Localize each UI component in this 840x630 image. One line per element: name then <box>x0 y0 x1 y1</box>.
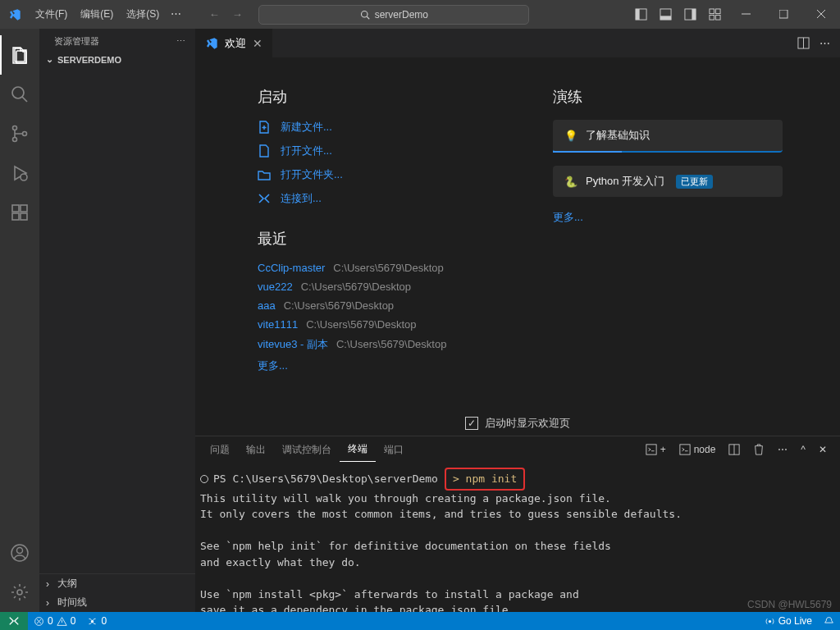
remote-icon <box>258 192 272 205</box>
sidebar-folder-header[interactable]: ⌄ SERVERDEMO <box>39 51 195 68</box>
status-ports[interactable]: 0 <box>81 615 112 627</box>
open-file-link[interactable]: 打开文件... <box>258 144 487 158</box>
svg-point-19 <box>13 138 17 142</box>
svg-point-16 <box>12 87 24 98</box>
statusbar: 0 0 0 Go Live <box>0 612 840 630</box>
kill-terminal-icon[interactable] <box>750 442 768 457</box>
recent-item[interactable]: aaaC:\Users\5679\Desktop <box>258 299 487 312</box>
maximize-panel-icon[interactable]: ^ <box>797 442 809 457</box>
toggle-primary-sidebar-icon[interactable] <box>628 2 653 27</box>
svg-line-17 <box>22 97 27 102</box>
chevron-down-icon: ⌄ <box>46 54 54 65</box>
panel-tab-ports[interactable]: 端口 <box>376 438 412 462</box>
file-icon <box>258 144 272 158</box>
svg-point-28 <box>17 590 22 595</box>
walkthrough-learn-basics[interactable]: 💡 了解基础知识 <box>553 120 783 153</box>
menubar: 文件(F) 编辑(E) 选择(S) ⋯ <box>29 2 186 26</box>
checkbox-checked-icon[interactable]: ✓ <box>465 417 478 430</box>
terminal-output: This utility will walk you through creat… <box>200 492 682 613</box>
close-panel-icon[interactable]: ✕ <box>815 442 830 457</box>
panel-more-icon[interactable]: ⋯ <box>774 442 791 457</box>
open-folder-link[interactable]: 打开文件夹... <box>258 167 487 182</box>
terminal-content[interactable]: PS C:\Users\5679\Desktop\serverDemo> npm… <box>195 463 840 612</box>
panel-tab-output[interactable]: 输出 <box>238 438 274 462</box>
panel-tab-problems[interactable]: 问题 <box>202 438 238 462</box>
status-errors[interactable]: 0 0 <box>28 615 81 627</box>
recent-more-link[interactable]: 更多... <box>258 358 487 373</box>
chevron-right-icon: › <box>46 578 54 590</box>
activity-accounts-icon[interactable] <box>0 533 39 573</box>
activity-search-icon[interactable] <box>0 75 39 114</box>
walkthrough-python[interactable]: 🐍 Python 开发入门 已更新 <box>553 166 783 197</box>
tab-welcome[interactable]: 欢迎 ✕ <box>195 29 272 57</box>
customize-layout-icon[interactable] <box>702 2 727 27</box>
window-close-icon[interactable] <box>802 0 840 29</box>
svg-rect-23 <box>12 213 19 220</box>
svg-point-27 <box>17 548 23 554</box>
walkthrough-more-link[interactable]: 更多... <box>553 210 783 225</box>
activity-source-control-icon[interactable] <box>0 114 39 153</box>
status-go-live[interactable]: Go Live <box>759 615 818 627</box>
svg-rect-5 <box>660 16 670 20</box>
window-maximize-icon[interactable] <box>765 0 802 29</box>
svg-rect-8 <box>709 9 714 14</box>
menu-edit[interactable]: 编辑(E) <box>74 2 120 26</box>
tab-close-icon[interactable]: ✕ <box>253 37 262 50</box>
menu-more-icon[interactable]: ⋯ <box>166 2 186 26</box>
panel-tab-debug-console[interactable]: 调试控制台 <box>274 438 340 462</box>
recent-item[interactable]: vue222C:\Users\5679\Desktop <box>258 281 487 293</box>
nav-back-icon[interactable]: ← <box>203 3 226 26</box>
panel-tab-terminal[interactable]: 终端 <box>340 437 376 462</box>
connect-link[interactable]: 连接到... <box>258 191 487 206</box>
terminal-launch-profile-icon[interactable]: + <box>642 442 669 457</box>
activity-explorer-icon[interactable] <box>0 35 39 75</box>
svg-point-18 <box>13 126 17 130</box>
toggle-secondary-sidebar-icon[interactable] <box>678 2 702 27</box>
svg-rect-32 <box>680 445 690 454</box>
show-welcome-checkbox[interactable]: ✓ 启动时显示欢迎页 <box>195 401 840 436</box>
sidebar-title: 资源管理器 <box>54 35 99 48</box>
status-notifications-icon[interactable] <box>818 616 840 627</box>
recent-item[interactable]: vitevue3 - 副本C:\Users\5679\Desktop <box>258 337 487 352</box>
svg-point-20 <box>23 132 27 136</box>
toggle-panel-icon[interactable] <box>653 2 678 27</box>
recent-item[interactable]: CcClip-masterC:\Users\5679\Desktop <box>258 262 487 274</box>
walkthroughs-heading: 演练 <box>553 87 783 107</box>
svg-rect-11 <box>715 15 720 20</box>
remote-indicator-icon[interactable] <box>0 612 28 630</box>
activity-run-debug-icon[interactable] <box>0 153 39 193</box>
vscode-logo-icon <box>0 8 29 21</box>
terminal-command-highlight: > npm init <box>445 468 525 491</box>
vscode-logo-icon <box>205 37 218 50</box>
window-minimize-icon[interactable] <box>727 0 765 29</box>
activity-extensions-icon[interactable] <box>0 193 39 232</box>
recent-heading: 最近 <box>258 229 487 249</box>
recent-item[interactable]: vite1111C:\Users\5679\Desktop <box>258 318 487 331</box>
svg-point-0 <box>361 11 368 17</box>
folder-icon <box>258 168 272 181</box>
activity-bar <box>0 29 39 612</box>
command-center-search[interactable]: serverDemo <box>258 5 529 25</box>
titlebar: 文件(F) 编辑(E) 选择(S) ⋯ ← → serverDemo <box>0 0 840 29</box>
lightbulb-icon: 💡 <box>564 130 578 142</box>
menu-file[interactable]: 文件(F) <box>29 2 74 26</box>
svg-rect-7 <box>692 9 696 20</box>
python-icon: 🐍 <box>564 176 578 188</box>
sidebar-timeline-header[interactable]: ›时间线 <box>39 593 195 612</box>
sidebar-folder-name: SERVERDEMO <box>57 55 121 65</box>
nav-forward-icon[interactable]: → <box>226 3 249 26</box>
split-terminal-icon[interactable] <box>725 442 743 457</box>
menu-select[interactable]: 选择(S) <box>120 2 166 26</box>
start-heading: 启动 <box>258 87 487 107</box>
sidebar-outline-header[interactable]: ›大纲 <box>39 574 195 593</box>
tab-label: 欢迎 <box>225 36 246 51</box>
svg-line-1 <box>367 16 369 19</box>
svg-rect-3 <box>635 9 639 20</box>
terminal-selector[interactable]: node <box>676 442 719 457</box>
split-editor-icon[interactable] <box>797 37 810 49</box>
new-file-link[interactable]: 新建文件... <box>258 120 487 135</box>
sidebar-more-icon[interactable]: ⋯ <box>176 36 185 47</box>
editor-more-icon[interactable]: ⋯ <box>819 37 830 49</box>
activity-settings-icon[interactable] <box>0 573 39 612</box>
updated-badge: 已更新 <box>676 175 713 189</box>
